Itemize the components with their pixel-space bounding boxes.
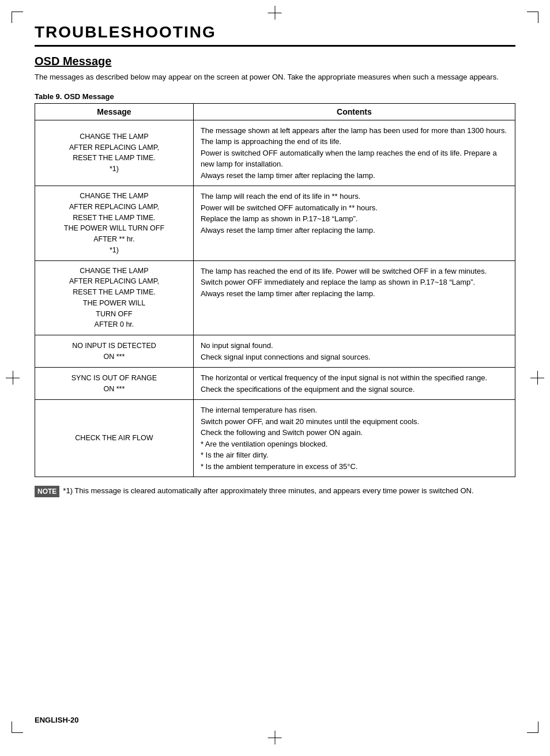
crosshair-left — [6, 378, 20, 379]
table-row: CHECK THE AIR FLOWThe internal temperatu… — [35, 400, 515, 477]
title-divider — [35, 45, 515, 47]
crosshair-bottom — [275, 731, 276, 744]
col-header-contents: Contents — [193, 103, 515, 120]
message-cell-1: CHANGE THE LAMP AFTER REPLACING LAMP, RE… — [35, 186, 194, 261]
table-row: CHANGE THE LAMP AFTER REPLACING LAMP, RE… — [35, 186, 515, 261]
section-title: OSD Message — [35, 55, 515, 68]
note-text: *1) This message is cleared automaticall… — [63, 485, 473, 497]
note-box: NOTE *1) This message is cleared automat… — [35, 485, 515, 497]
message-cell-2: CHANGE THE LAMP AFTER REPLACING LAMP, RE… — [35, 260, 194, 335]
corner-mark-bl — [12, 721, 23, 733]
osd-table: Message Contents CHANGE THE LAMP AFTER R… — [35, 103, 515, 478]
section-intro: The messages as described below may appe… — [35, 71, 515, 83]
corner-mark-tr — [527, 12, 538, 23]
table-row: SYNC IS OUT OF RANGE ON ***The horizonta… — [35, 368, 515, 400]
message-cell-3: NO INPUT IS DETECTED ON *** — [35, 335, 194, 368]
note-label: NOTE — [35, 486, 59, 497]
table-caption: Table 9. OSD Message — [35, 92, 515, 101]
table-row: NO INPUT IS DETECTED ON ***No input sign… — [35, 335, 515, 368]
content-cell-4: The horizontal or vertical frequency of … — [193, 368, 515, 400]
corner-mark-br — [527, 721, 538, 733]
page-title: TROUBLESHOOTING — [35, 23, 515, 41]
crosshair-top — [275, 6, 276, 20]
content-cell-0: The message shown at left appears after … — [193, 120, 515, 186]
message-cell-0: CHANGE THE LAMP AFTER REPLACING LAMP, RE… — [35, 120, 194, 186]
crosshair-right — [530, 378, 544, 379]
page-footer: ENGLISH-20 — [35, 716, 515, 724]
message-cell-4: SYNC IS OUT OF RANGE ON *** — [35, 368, 194, 400]
message-cell-5: CHECK THE AIR FLOW — [35, 400, 194, 477]
corner-mark-tl — [12, 12, 23, 23]
table-row: CHANGE THE LAMP AFTER REPLACING LAMP, RE… — [35, 120, 515, 186]
content-cell-2: The lamp has reached the end of its life… — [193, 260, 515, 335]
content-cell-3: No input signal found. Check signal inpu… — [193, 335, 515, 368]
page-number: ENGLISH-20 — [35, 716, 79, 724]
content-cell-1: The lamp will reach the end of its life … — [193, 186, 515, 261]
content-cell-5: The internal temperature has risen. Swit… — [193, 400, 515, 477]
col-header-message: Message — [35, 103, 194, 120]
table-row: CHANGE THE LAMP AFTER REPLACING LAMP, RE… — [35, 260, 515, 335]
